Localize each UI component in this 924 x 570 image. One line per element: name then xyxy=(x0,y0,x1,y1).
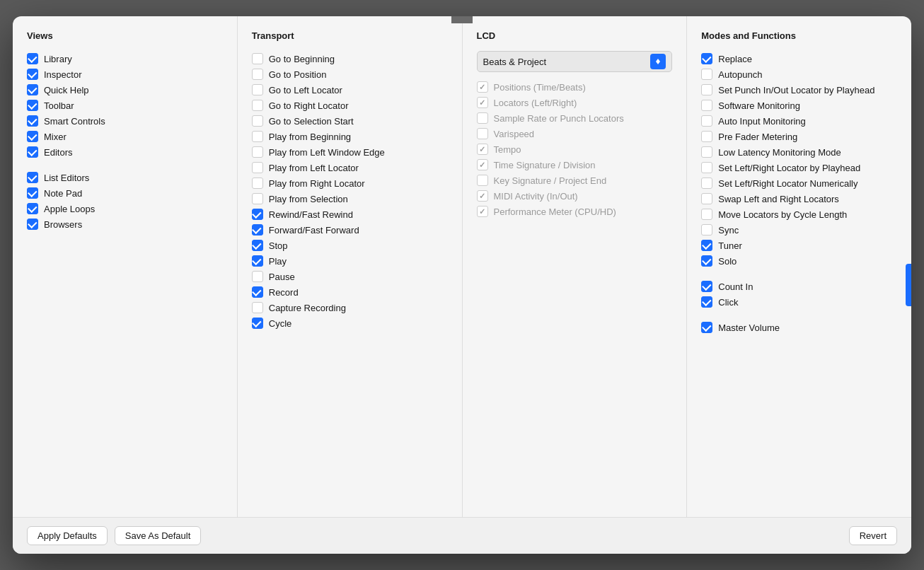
checkbox[interactable] xyxy=(252,69,263,80)
checkbox[interactable] xyxy=(701,209,712,220)
checkbox[interactable] xyxy=(701,69,712,80)
list-item[interactable]: Go to Position xyxy=(252,66,448,82)
checkbox[interactable] xyxy=(701,178,712,189)
checkbox[interactable] xyxy=(477,159,488,170)
checkbox[interactable] xyxy=(252,255,263,267)
list-item[interactable]: Note Pad xyxy=(27,185,223,201)
lcd-dropdown-arrow[interactable] xyxy=(650,54,666,69)
list-item[interactable]: Move Locators by Cycle Length xyxy=(701,207,897,222)
list-item[interactable]: Library xyxy=(27,51,223,66)
list-item[interactable]: Sync xyxy=(701,222,897,238)
checkbox[interactable] xyxy=(701,162,712,173)
checkbox[interactable] xyxy=(477,175,488,186)
apply-defaults-button[interactable]: Apply Defaults xyxy=(27,526,108,545)
checkbox[interactable] xyxy=(27,53,38,64)
list-item[interactable]: Sample Rate or Punch Locators xyxy=(477,110,673,126)
list-item[interactable]: Software Monitoring xyxy=(701,98,897,113)
checkbox[interactable] xyxy=(477,97,488,108)
checkbox[interactable] xyxy=(27,172,38,183)
list-item[interactable]: Go to Selection Start xyxy=(252,113,448,129)
list-item[interactable]: Low Latency Monitoring Mode xyxy=(701,144,897,160)
checkbox[interactable] xyxy=(701,115,712,127)
lcd-dropdown[interactable]: Beats & Project xyxy=(477,51,673,72)
checkbox[interactable] xyxy=(477,128,488,139)
list-item[interactable]: Tuner xyxy=(701,238,897,253)
checkbox[interactable] xyxy=(252,131,263,142)
list-item[interactable]: Set Left/Right Locator Numerically xyxy=(701,175,897,191)
list-item[interactable]: Pre Fader Metering xyxy=(701,129,897,144)
list-item[interactable]: Mixer xyxy=(27,129,223,144)
list-item[interactable]: Play from Left Locator xyxy=(252,160,448,175)
checkbox[interactable] xyxy=(27,100,38,111)
checkbox[interactable] xyxy=(701,281,712,292)
list-item[interactable]: Autopunch xyxy=(701,66,897,82)
checkbox[interactable] xyxy=(27,187,38,199)
checkbox[interactable] xyxy=(477,206,488,217)
list-item[interactable]: Stop xyxy=(252,238,448,253)
list-item[interactable]: Go to Right Locator xyxy=(252,98,448,113)
list-item[interactable]: Swap Left and Right Locators xyxy=(701,191,897,207)
checkbox[interactable] xyxy=(477,81,488,93)
list-item[interactable]: Go to Beginning xyxy=(252,51,448,66)
list-item[interactable]: Click xyxy=(701,294,897,310)
list-item[interactable]: Record xyxy=(252,284,448,300)
checkbox[interactable] xyxy=(252,162,263,173)
checkbox[interactable] xyxy=(701,240,712,251)
list-item[interactable]: Pause xyxy=(252,269,448,284)
list-item[interactable]: Play xyxy=(252,253,448,269)
checkbox[interactable] xyxy=(252,271,263,282)
list-item[interactable]: Set Punch In/Out Locator by Playhead xyxy=(701,82,897,98)
checkbox[interactable] xyxy=(252,286,263,298)
list-item[interactable]: Tempo xyxy=(477,141,673,157)
checkbox[interactable] xyxy=(701,146,712,158)
list-item[interactable]: Set Left/Right Locator by Playhead xyxy=(701,160,897,175)
checkbox[interactable] xyxy=(252,240,263,251)
checkbox[interactable] xyxy=(252,318,263,329)
checkbox[interactable] xyxy=(477,190,488,202)
checkbox[interactable] xyxy=(701,224,712,235)
checkbox[interactable] xyxy=(252,53,263,64)
list-item[interactable]: Forward/Fast Forward xyxy=(252,222,448,238)
checkbox[interactable] xyxy=(252,84,263,95)
checkbox[interactable] xyxy=(252,302,263,313)
list-item[interactable]: Editors xyxy=(27,144,223,160)
list-item[interactable]: Go to Left Locator xyxy=(252,82,448,98)
list-item[interactable]: Play from Selection xyxy=(252,191,448,207)
list-item[interactable]: Rewind/Fast Rewind xyxy=(252,207,448,222)
list-item[interactable]: Count In xyxy=(701,279,897,294)
checkbox[interactable] xyxy=(477,112,488,124)
checkbox[interactable] xyxy=(477,144,488,155)
checkbox[interactable] xyxy=(252,193,263,204)
list-item[interactable]: Time Signature / Division xyxy=(477,157,673,173)
checkbox[interactable] xyxy=(252,178,263,189)
list-item[interactable]: Performance Meter (CPU/HD) xyxy=(477,204,673,219)
list-item[interactable]: Play from Beginning xyxy=(252,129,448,144)
checkbox[interactable] xyxy=(27,203,38,214)
list-item[interactable]: Solo xyxy=(701,253,897,269)
checkbox[interactable] xyxy=(252,209,263,220)
checkbox[interactable] xyxy=(701,296,712,308)
checkbox[interactable] xyxy=(27,131,38,142)
checkbox[interactable] xyxy=(27,219,38,230)
list-item[interactable]: Varispeed xyxy=(477,126,673,141)
checkbox[interactable] xyxy=(252,224,263,235)
list-item[interactable]: Quick Help xyxy=(27,82,223,98)
list-item[interactable]: Replace xyxy=(701,51,897,66)
checkbox[interactable] xyxy=(701,255,712,267)
checkbox[interactable] xyxy=(701,193,712,204)
list-item[interactable]: List Editors xyxy=(27,170,223,185)
checkbox[interactable] xyxy=(252,100,263,111)
save-as-default-button[interactable]: Save As Default xyxy=(115,526,202,545)
list-item[interactable]: Toolbar xyxy=(27,98,223,113)
checkbox[interactable] xyxy=(27,115,38,127)
list-item[interactable]: Master Volume xyxy=(701,320,897,335)
checkbox[interactable] xyxy=(252,115,263,127)
list-item[interactable]: Positions (Time/Beats) xyxy=(477,79,673,95)
revert-button[interactable]: Revert xyxy=(849,526,897,545)
checkbox[interactable] xyxy=(701,131,712,142)
list-item[interactable]: Capture Recording xyxy=(252,300,448,315)
list-item[interactable]: Play from Left Window Edge xyxy=(252,144,448,160)
list-item[interactable]: Key Signature / Project End xyxy=(477,173,673,188)
list-item[interactable]: Smart Controls xyxy=(27,113,223,129)
checkbox[interactable] xyxy=(27,146,38,158)
